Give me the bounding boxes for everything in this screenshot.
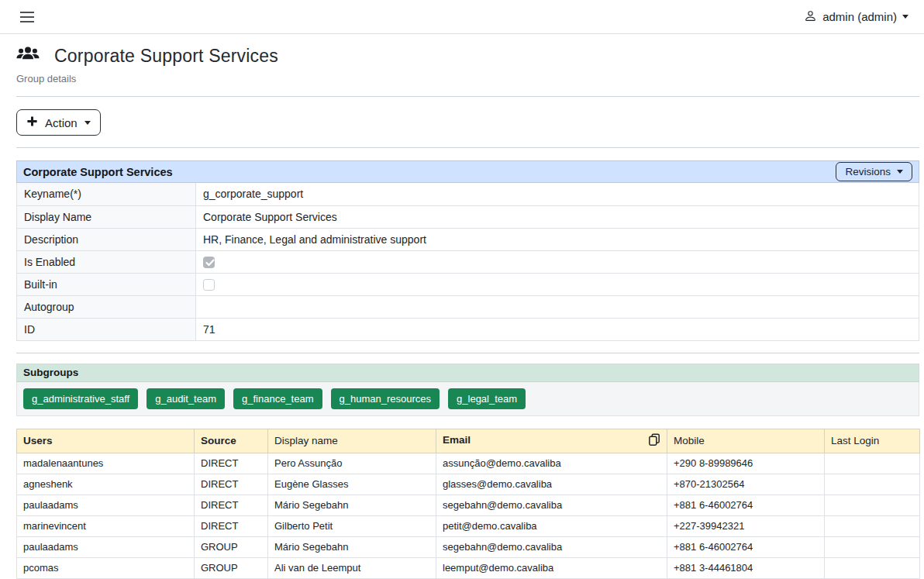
- subgroup-badge-button[interactable]: g_administrative_staff: [23, 388, 138, 409]
- details-row-value: 71: [196, 318, 919, 340]
- details-row-value: g_corporate_support: [196, 183, 919, 205]
- details-row: Built-in: [17, 273, 919, 295]
- details-row-label: Built-in: [17, 273, 196, 295]
- details-row-label: Keyname(*): [17, 183, 196, 205]
- details-panel-header: Corporate Support Services Revisions: [16, 160, 919, 183]
- revisions-button-label: Revisions: [845, 166, 891, 177]
- table-cell: petit@demo.cavaliba: [436, 515, 667, 536]
- person-icon: [804, 9, 817, 25]
- column-label: Display name: [274, 435, 338, 446]
- table-cell: marinevincent: [17, 515, 195, 536]
- plus-icon: [26, 115, 38, 129]
- table-cell: +881 3-44461804: [667, 557, 825, 578]
- table-cell: GROUP: [195, 536, 268, 557]
- divider: [16, 96, 919, 97]
- divider: [16, 147, 919, 148]
- action-button[interactable]: Action: [16, 109, 101, 136]
- table-cell: +881 6-46002764: [667, 536, 825, 557]
- column-label: Last Login: [831, 435, 879, 446]
- users-table-header-cell: Source: [195, 429, 268, 453]
- table-cell: [825, 474, 920, 495]
- table-cell: agneshenk: [17, 474, 195, 495]
- column-label: Mobile: [674, 435, 705, 446]
- details-table: Keyname(*)g_corporate_supportDisplay Nam…: [16, 183, 919, 341]
- table-cell: +870-21302564: [667, 474, 825, 495]
- column-label: Users: [23, 435, 53, 446]
- checkbox-checked: [203, 257, 215, 268]
- details-row: Keyname(*)g_corporate_support: [17, 183, 919, 205]
- users-group-icon: [16, 44, 40, 67]
- table-cell: GROUP: [195, 557, 268, 578]
- users-table-header-cell: Email: [436, 429, 667, 453]
- column-label: Source: [201, 435, 236, 446]
- users-table-header-cell: Users: [17, 429, 195, 453]
- details-row-value: [196, 250, 919, 273]
- details-row-label: Autogroup: [17, 295, 196, 318]
- topbar: admin (admin): [0, 0, 924, 34]
- users-table-header-cell: Last Login: [825, 429, 920, 453]
- table-cell: DIRECT: [195, 495, 268, 515]
- table-row: paulaadamsDIRECTMário Segebahnsegebahn@d…: [17, 495, 920, 515]
- table-cell: paulaadams: [17, 495, 195, 515]
- table-cell: segebahn@demo.cavaliba: [436, 495, 667, 515]
- details-row-value: HR, Finance, Legal and administrative su…: [196, 228, 919, 250]
- table-cell: leemput@demo.cavaliba: [436, 557, 667, 578]
- table-cell: DIRECT: [195, 453, 268, 474]
- table-cell: [825, 536, 920, 557]
- user-menu-label: admin (admin): [822, 10, 897, 23]
- table-cell: DIRECT: [195, 515, 268, 536]
- table-cell: Eugène Glasses: [268, 474, 436, 495]
- subgroups-list: g_administrative_staffg_audit_teamg_fina…: [16, 382, 919, 416]
- subgroup-badge-button[interactable]: g_legal_team: [448, 388, 526, 409]
- page-head: Corporate Support Services: [16, 44, 919, 67]
- page-subtitle: Group details: [16, 73, 919, 84]
- subgroup-badge-button[interactable]: g_human_resources: [331, 388, 440, 409]
- table-cell: +227-39942321: [667, 515, 825, 536]
- chevron-down-icon: [902, 15, 908, 19]
- revisions-button[interactable]: Revisions: [836, 162, 912, 181]
- table-cell: assunção@demo.cavaliba: [436, 453, 667, 474]
- details-row: Display NameCorporate Support Services: [17, 205, 919, 228]
- table-cell: [825, 495, 920, 515]
- details-row: Is Enabled: [17, 250, 919, 273]
- table-cell: paulaadams: [17, 536, 195, 557]
- group-details-panel: Corporate Support Services Revisions Key…: [16, 160, 919, 341]
- details-row: DescriptionHR, Finance, Legal and admini…: [17, 228, 919, 250]
- subgroups-panel-title: Subgroups: [23, 367, 78, 378]
- chevron-down-icon: [84, 121, 91, 125]
- divider: [16, 353, 919, 353]
- table-row: marinevincentDIRECTGilberto Petitpetit@d…: [17, 515, 920, 536]
- column-label: Email: [443, 434, 471, 446]
- users-table-header-row: UsersSourceDisplay name EmailMobileLast …: [17, 429, 920, 453]
- table-cell: [825, 515, 920, 536]
- table-cell: +290 8-89989646: [667, 453, 825, 474]
- table-cell: pcomas: [17, 557, 195, 578]
- table-cell: segebahn@demo.cavaliba: [436, 536, 667, 557]
- table-cell: [825, 453, 920, 474]
- hamburger-menu-icon[interactable]: [19, 9, 36, 26]
- table-row: pcomasGROUPAli van de Leemputleemput@dem…: [17, 557, 920, 578]
- subgroups-panel-header: Subgroups: [16, 364, 919, 382]
- details-row-label: Description: [17, 228, 196, 250]
- copy-icon[interactable]: [648, 433, 660, 448]
- details-row-value: Corporate Support Services: [196, 205, 919, 228]
- details-panel-title: Corporate Support Services: [23, 166, 173, 178]
- checkbox-unchecked: [203, 279, 215, 291]
- subgroup-badge-button[interactable]: g_finance_team: [233, 388, 322, 409]
- table-row: agneshenkDIRECTEugène Glassesglasses@dem…: [17, 474, 920, 495]
- table-cell: Mário Segebahn: [268, 495, 436, 515]
- user-menu[interactable]: admin (admin): [799, 9, 913, 26]
- action-button-label: Action: [45, 116, 78, 129]
- table-cell: glasses@demo.cavaliba: [436, 474, 667, 495]
- details-row-label: Is Enabled: [17, 250, 196, 273]
- subgroup-badge-button[interactable]: g_audit_team: [147, 388, 225, 409]
- table-cell: madalenaantunes: [17, 453, 195, 474]
- users-table-header-cell: Display name: [268, 429, 436, 453]
- details-row: Autogroup: [17, 295, 919, 318]
- table-cell: +881 6-46002764: [667, 495, 825, 515]
- table-cell: [825, 557, 920, 578]
- details-row-value: [196, 273, 919, 295]
- details-row-label: ID: [17, 318, 196, 340]
- main-content: Corporate Support Services Group details…: [0, 44, 924, 579]
- table-cell: Gilberto Petit: [268, 515, 436, 536]
